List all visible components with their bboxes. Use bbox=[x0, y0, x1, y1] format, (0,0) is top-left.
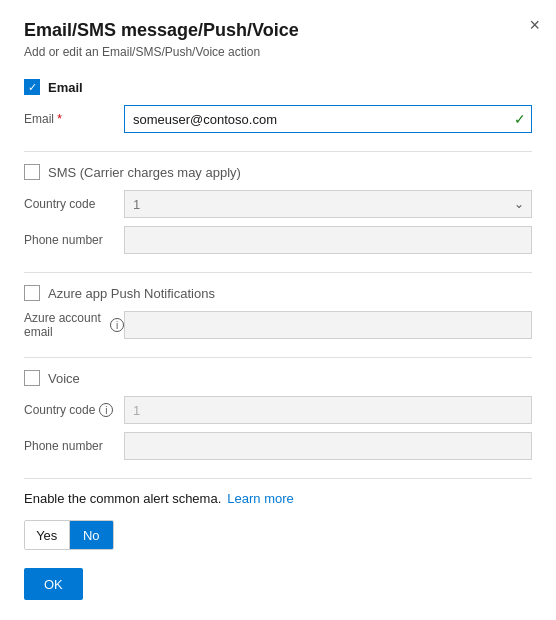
voice-section: Voice Country code i Phone number bbox=[24, 370, 532, 460]
push-section-label: Azure app Push Notifications bbox=[48, 286, 215, 301]
email-section-label: Email bbox=[48, 80, 83, 95]
push-section: Azure app Push Notifications Azure accou… bbox=[24, 285, 532, 339]
push-section-header: Azure app Push Notifications bbox=[24, 285, 532, 301]
voice-phone-label: Phone number bbox=[24, 439, 124, 453]
voice-phone-input bbox=[124, 432, 532, 460]
sms-phone-input bbox=[124, 226, 532, 254]
sms-country-input bbox=[124, 190, 532, 218]
divider-3 bbox=[24, 357, 532, 358]
push-checkbox[interactable] bbox=[24, 285, 40, 301]
toggle-yes-button[interactable]: Yes bbox=[25, 521, 70, 549]
alert-schema-row: Enable the common alert schema. Learn mo… bbox=[24, 491, 532, 506]
push-email-input bbox=[124, 311, 532, 339]
sms-country-label: Country code bbox=[24, 197, 124, 211]
sms-section-header: SMS (Carrier charges may apply) bbox=[24, 164, 532, 180]
voice-country-input bbox=[124, 396, 532, 424]
voice-phone-row: Phone number bbox=[24, 432, 532, 460]
voice-checkbox[interactable] bbox=[24, 370, 40, 386]
dialog-title: Email/SMS message/Push/Voice bbox=[24, 20, 532, 41]
email-input[interactable] bbox=[124, 105, 532, 133]
close-button[interactable]: × bbox=[529, 16, 540, 34]
sms-section-label: SMS (Carrier charges may apply) bbox=[48, 165, 241, 180]
toggle-no-button[interactable]: No bbox=[70, 521, 114, 549]
email-field-row: Email ✓ bbox=[24, 105, 532, 133]
sms-country-row: Country code ⌄ bbox=[24, 190, 532, 218]
email-checkbox[interactable] bbox=[24, 79, 40, 95]
learn-more-link[interactable]: Learn more bbox=[227, 491, 293, 506]
voice-section-header: Voice bbox=[24, 370, 532, 386]
sms-phone-row: Phone number bbox=[24, 226, 532, 254]
alert-schema-text: Enable the common alert schema. bbox=[24, 491, 221, 506]
voice-country-info-icon: i bbox=[99, 403, 113, 417]
email-input-wrapper: ✓ bbox=[124, 105, 532, 133]
toggle-group-container: Yes No bbox=[24, 520, 532, 550]
voice-country-label: Country code i bbox=[24, 403, 124, 417]
voice-country-select-wrapper bbox=[124, 396, 532, 424]
voice-section-label: Voice bbox=[48, 371, 80, 386]
divider-2 bbox=[24, 272, 532, 273]
sms-checkbox[interactable] bbox=[24, 164, 40, 180]
email-field-label: Email bbox=[24, 112, 124, 126]
push-email-label: Azure account email i bbox=[24, 311, 124, 339]
push-email-row: Azure account email i bbox=[24, 311, 532, 339]
push-info-icon: i bbox=[110, 318, 124, 332]
email-section-header: Email bbox=[24, 79, 532, 95]
sms-country-select-wrapper: ⌄ bbox=[124, 190, 532, 218]
dialog: Email/SMS message/Push/Voice Add or edit… bbox=[0, 0, 556, 620]
email-section: Email Email ✓ bbox=[24, 79, 532, 133]
sms-phone-label: Phone number bbox=[24, 233, 124, 247]
divider-4 bbox=[24, 478, 532, 479]
divider-1 bbox=[24, 151, 532, 152]
dialog-subtitle: Add or edit an Email/SMS/Push/Voice acti… bbox=[24, 45, 532, 59]
yes-no-toggle: Yes No bbox=[24, 520, 114, 550]
sms-section: SMS (Carrier charges may apply) Country … bbox=[24, 164, 532, 254]
voice-country-row: Country code i bbox=[24, 396, 532, 424]
ok-button[interactable]: OK bbox=[24, 568, 83, 600]
